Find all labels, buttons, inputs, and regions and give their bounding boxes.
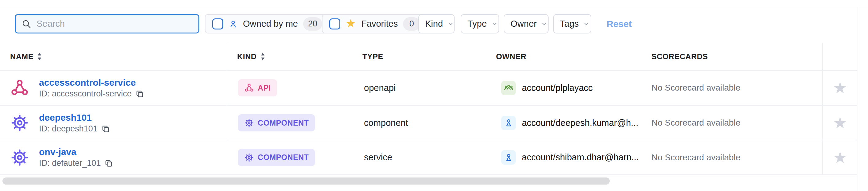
group-icon [501,81,516,95]
owned-by-me-label: Owned by me [243,19,298,29]
type-cell: service [362,140,495,174]
gear-icon [244,153,254,162]
favorite-star-icon[interactable]: ★ [833,150,847,165]
scorecard-cell: No Scorecard available [651,106,822,140]
kind-badge: COMPONENT [238,149,315,166]
type-dropdown-label: Type [467,19,487,29]
chevron-down-icon [583,21,590,27]
column-header-name[interactable]: NAME [0,43,227,70]
owned-by-me-checkbox[interactable] [212,19,223,30]
owner-dropdown[interactable]: Owner [504,14,549,33]
chevron-down-icon [491,21,498,27]
person-icon [501,116,516,130]
scorecard-cell: No Scorecard available [651,71,822,105]
tags-dropdown-label: Tags [560,19,579,29]
sort-icon[interactable] [37,53,42,60]
favorites-count: 0 [403,17,420,31]
person-icon [501,150,516,165]
kind-badge: COMPONENT [238,114,315,131]
top-divider [0,7,868,7]
copy-icon[interactable] [104,159,113,168]
owner-cell: account/plplayacc [495,71,651,105]
copy-icon[interactable] [135,90,144,98]
component-kind-icon [10,113,29,132]
owned-by-me-count: 20 [303,17,322,31]
entity-id: ID: defauter_101 [39,159,113,168]
kind-dropdown[interactable]: Kind [418,14,455,33]
column-header-favorite [822,43,857,70]
right-edge-divider [858,7,858,191]
favorites-star-icon: ★ [345,18,356,29]
catalog-screen: Owned by me 20 ★ Favorites 0 Kind Type O… [0,0,868,191]
scorecard-cell: No Scorecard available [651,140,822,174]
chevron-down-icon [447,21,454,27]
entity-id: ID: deepesh101 [39,124,110,134]
type-cell: openapi [362,71,495,105]
filter-bar: Owned by me 20 ★ Favorites 0 Kind Type O… [0,14,868,33]
table-row[interactable]: accesscontrol-service ID: accesscontrol-… [0,70,857,105]
gear-icon [244,118,254,128]
sort-icon[interactable] [260,53,265,60]
type-cell: component [362,106,495,140]
person-icon [228,19,238,29]
entity-name-link[interactable]: accesscontrol-service [39,77,144,88]
owner-cell: account/shibam.dhar@harn... [495,140,651,174]
favorite-star-icon[interactable]: ★ [833,80,847,96]
table-row[interactable]: onv-java ID: defauter_101 COMPON [0,140,857,174]
tags-dropdown[interactable]: Tags [553,14,591,33]
favorites-filter[interactable]: ★ Favorites 0 [322,14,428,33]
favorite-star-icon[interactable]: ★ [833,115,847,131]
horizontal-scrollbar-thumb[interactable] [2,178,610,185]
table-row[interactable]: deepesh101 ID: deepesh101 COMPON [0,105,857,140]
owner-dropdown-label: Owner [510,19,536,29]
search-icon [21,19,32,29]
component-kind-icon [10,148,29,167]
chevron-down-icon [541,21,548,27]
column-header-type: TYPE [362,43,495,70]
kind-badge: API [238,79,277,96]
entity-name-link[interactable]: deepesh101 [39,113,110,123]
api-kind-icon [10,78,29,97]
copy-icon[interactable] [101,125,110,133]
favorites-checkbox[interactable] [329,19,340,30]
search-input[interactable] [36,19,193,29]
column-header-owner: OWNER [495,43,651,70]
kind-dropdown-label: Kind [425,19,443,29]
table-header: NAME KIND TYPE OWNER SCORECARDS [0,43,857,70]
search-box[interactable] [15,14,199,33]
table-bottom-border [0,174,857,175]
entity-name-link[interactable]: onv-java [39,147,113,157]
owned-by-me-filter[interactable]: Owned by me 20 [205,14,330,33]
column-header-kind[interactable]: KIND [227,43,362,70]
column-header-scorecards: SCORECARDS [651,43,822,70]
entity-id: ID: accesscontrol-service [39,89,144,99]
api-icon [244,83,254,93]
type-dropdown[interactable]: Type [461,14,499,33]
reset-button[interactable]: Reset [607,14,632,33]
owner-cell: account/deepesh.kumar@h... [495,106,651,140]
favorites-label: Favorites [361,19,398,29]
